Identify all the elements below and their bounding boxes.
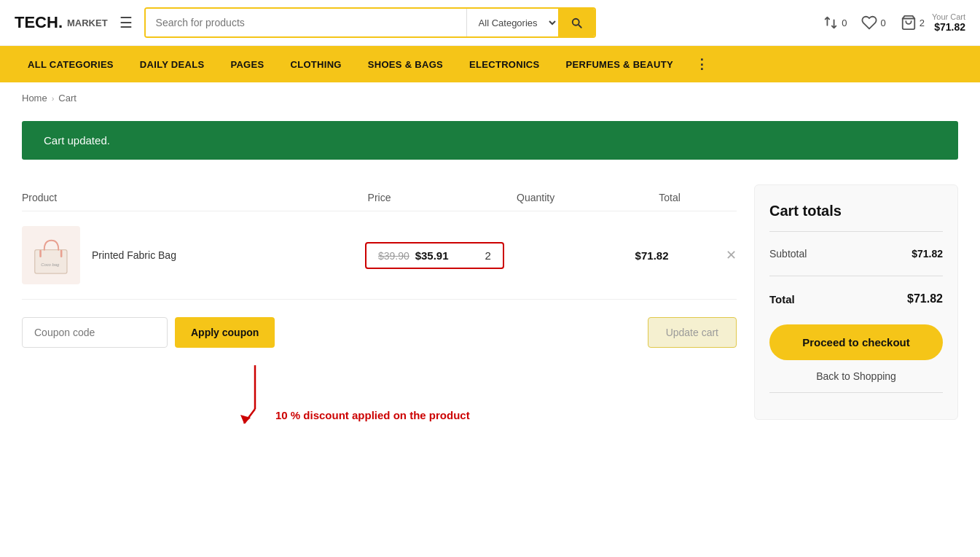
product-image: Coco bag: [22, 226, 80, 284]
header-quantity: Quantity: [469, 192, 603, 203]
breadcrumb-home[interactable]: Home: [22, 93, 47, 104]
svg-rect-3: [60, 249, 62, 257]
logo-market: MARKET: [67, 17, 108, 28]
subtotal-label: Subtotal: [769, 248, 807, 260]
search-input[interactable]: [146, 9, 466, 36]
table-row: Coco bag Printed Fabric Bag $39.90 $35.9…: [22, 211, 737, 300]
product-cell: Coco bag Printed Fabric Bag: [22, 226, 283, 284]
breadcrumb-separator: ›: [52, 94, 55, 103]
nav-clothing[interactable]: CLOTHING: [277, 49, 354, 80]
cart-totals-panel: Cart totals Subtotal $71.82 Total $71.82…: [754, 184, 958, 420]
coupon-left: Apply coupon: [22, 317, 275, 348]
discount-text: 10 % discount applied on the product: [275, 409, 470, 421]
subtotal-row: Subtotal $71.82: [769, 241, 943, 267]
category-select[interactable]: All Categories: [466, 9, 558, 36]
total-cell: $71.82: [587, 249, 717, 262]
price-quantity-highlighted: $39.90 $35.91 2: [283, 242, 587, 269]
header-total: Total: [603, 192, 737, 203]
nav-pages[interactable]: PAGES: [217, 49, 277, 80]
nav-daily-deals[interactable]: DAILY DEALS: [127, 49, 218, 80]
search-bar: All Categories: [144, 7, 596, 38]
price-cell: $39.90 $35.91: [378, 249, 449, 262]
header-product: Product: [22, 192, 290, 203]
cart-table: Product Price Quantity Total Coco bag: [22, 184, 737, 424]
nav-more-icon[interactable]: ⋮: [686, 46, 717, 82]
cart-amount: $71.82: [934, 21, 965, 33]
search-icon: [570, 16, 583, 29]
total-row: Total $71.82: [769, 285, 943, 313]
cart-totals-title: Cart totals: [769, 203, 943, 219]
totals-divider-3: [769, 392, 943, 393]
highlighted-price-qty-box: $39.90 $35.91 2: [365, 242, 504, 269]
nav-bar: ALL CATEGORIES DAILY DEALS PAGES CLOTHIN…: [0, 46, 980, 82]
nav-perfumes-beauty[interactable]: PERFUMES & BEAUTY: [553, 49, 686, 80]
search-button[interactable]: [558, 9, 595, 36]
logo[interactable]: TECH. MARKET: [15, 13, 108, 32]
wishlist-count: 0: [880, 17, 885, 28]
cart-icon-item[interactable]: 2 Your Cart $71.82: [901, 12, 965, 33]
totals-divider-1: [769, 231, 943, 232]
nav-all-categories[interactable]: ALL CATEGORIES: [15, 49, 127, 80]
compare-count: 0: [842, 17, 847, 28]
coupon-input[interactable]: [22, 317, 168, 348]
apply-coupon-button[interactable]: Apply coupon: [175, 317, 275, 348]
product-img-svg: Coco bag: [28, 232, 75, 279]
nav-electronics[interactable]: ELECTRONICS: [456, 49, 552, 80]
svg-text:Coco bag: Coco bag: [41, 262, 60, 266]
product-name: Printed Fabric Bag: [92, 249, 176, 261]
compare-icon-item[interactable]: 0: [823, 15, 847, 31]
total-label: Total: [769, 293, 795, 305]
header-icons: 0 0 2 Your Cart $71.82: [823, 12, 965, 33]
arrow-container: [240, 365, 270, 424]
original-price: $39.90: [378, 250, 409, 262]
header-price: Price: [290, 192, 469, 203]
cart-count: 2: [920, 17, 925, 28]
cart-updated-banner: Cart updated.: [22, 121, 958, 160]
hamburger-icon[interactable]: ☰: [119, 14, 133, 31]
coupon-row: Apply coupon Update cart: [22, 317, 737, 348]
svg-rect-2: [39, 249, 42, 257]
remove-item-button[interactable]: ✕: [726, 247, 737, 263]
totals-divider-2: [769, 276, 943, 276]
breadcrumb-current: Cart: [58, 93, 77, 104]
wishlist-icon-item[interactable]: 0: [861, 15, 885, 31]
checkout-button[interactable]: Proceed to checkout: [769, 324, 943, 360]
cart-label: Your Cart: [932, 12, 965, 21]
total-value: $71.82: [907, 292, 943, 305]
quantity-value: 2: [485, 249, 491, 262]
discount-arrow: [240, 365, 270, 424]
heart-icon: [861, 15, 877, 31]
discount-annotation: 10 % discount applied on the product: [22, 365, 737, 424]
update-cart-button[interactable]: Update cart: [648, 317, 737, 348]
compare-icon: [823, 15, 839, 31]
header: TECH. MARKET ☰ All Categories 0 0: [0, 0, 980, 46]
breadcrumb: Home › Cart: [0, 82, 980, 114]
cart-banner-text: Cart updated.: [44, 134, 110, 147]
nav-shoes-bags[interactable]: SHOES & BAGS: [355, 49, 456, 80]
back-to-shopping-button[interactable]: Back to Shopping: [769, 370, 943, 382]
subtotal-value: $71.82: [912, 248, 943, 260]
logo-text: TECH.: [15, 13, 63, 32]
cart-icon: [901, 15, 917, 31]
cart-info: Your Cart $71.82: [932, 12, 965, 33]
sale-price: $35.91: [415, 249, 449, 262]
cart-table-header: Product Price Quantity Total: [22, 184, 737, 211]
main-content: Product Price Quantity Total Coco bag: [0, 167, 980, 441]
